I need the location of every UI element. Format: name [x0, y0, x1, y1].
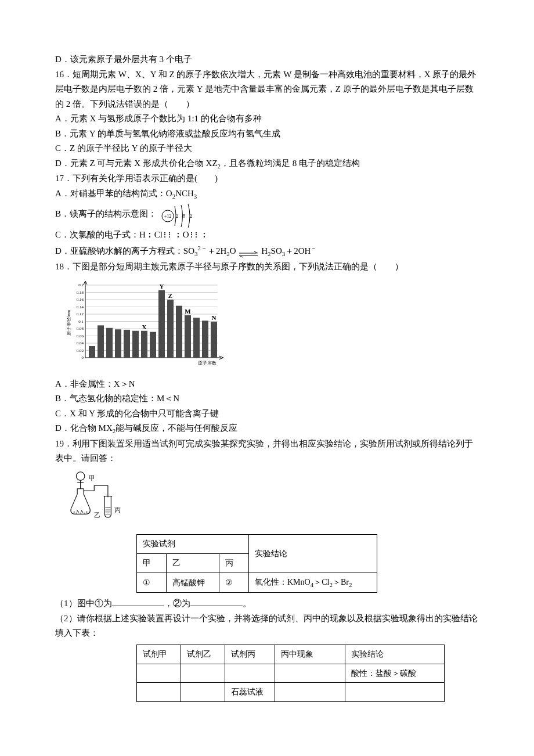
- svg-text:0.18: 0.18: [77, 290, 84, 295]
- svg-rect-27: [98, 325, 104, 358]
- apparatus-label-jia: 甲: [89, 474, 95, 481]
- atom-nucleus-charge: +12: [164, 214, 172, 219]
- q17-option-d: D．亚硫酸钠水解的离子方程式：SO32－＋2H2O H2SO3＋2OH－: [55, 243, 479, 260]
- svg-point-55: [86, 512, 88, 513]
- q17-stem: 17．下列有关化学用语表示正确的是( ): [55, 171, 479, 186]
- q18-stem: 18．下图是部分短周期主族元素原子半径与原子序数的关系图，下列说法正确的是（ ）: [55, 260, 479, 275]
- q19-p1b: ，②为: [164, 599, 190, 608]
- t2-r1c1[interactable]: [137, 664, 181, 683]
- svg-rect-30: [124, 330, 130, 358]
- t1-c1: 甲: [137, 554, 167, 573]
- svg-rect-37: [185, 315, 191, 358]
- svg-point-52: [80, 512, 81, 513]
- t1-h2: 实验结论: [249, 535, 377, 573]
- q18-option-b: B．气态氢化物的稳定性：M＜N: [55, 391, 479, 406]
- svg-text:0.06: 0.06: [77, 334, 84, 339]
- atomic-radius-chart: 00.020.040.060.080.10.120.140.160.180.2 …: [67, 276, 229, 375]
- t1-r1c1: ①: [137, 573, 167, 592]
- q18-option-d: D．化合物 MX2能与碱反应，不能与任何酸反应: [55, 421, 479, 437]
- svg-text:0.14: 0.14: [77, 305, 84, 309]
- q17-a-part1: A．对硝基甲苯的结构简式：O: [55, 189, 172, 198]
- q18-option-a: A．非金属性：X＞N: [55, 377, 479, 392]
- q19-p1a: （1）图中①为: [55, 599, 112, 608]
- q17-d-p6: ＋2OH: [285, 246, 311, 255]
- svg-point-56: [77, 510, 78, 512]
- t2-r2c4[interactable]: [275, 683, 345, 702]
- t2-r2c2[interactable]: [181, 683, 225, 702]
- q17-d-sup2m: 2－: [198, 244, 208, 251]
- svg-text:Z: Z: [168, 292, 172, 299]
- svg-rect-39: [202, 321, 208, 358]
- svg-rect-33: [150, 332, 156, 358]
- svg-rect-36: [176, 306, 182, 358]
- svg-rect-29: [115, 329, 121, 358]
- t2-r1c3[interactable]: [225, 664, 275, 683]
- apparatus-label-bing: 丙: [114, 506, 121, 513]
- svg-text:Y: Y: [160, 283, 164, 290]
- t2-r1c5: 酸性：盐酸＞碳酸: [345, 664, 445, 683]
- q16-d-part1: D．元素 Z 可与元素 X 形成共价化合物 XZ: [55, 159, 218, 168]
- t1-r1c2: 高锰酸钾: [167, 573, 219, 592]
- atom-shell-1: 2: [176, 213, 179, 219]
- q16-option-a: A．元素 X 与氢形成原子个数比为 1:1 的化合物有多种: [55, 111, 479, 127]
- q17-a-part2: NCH: [175, 189, 194, 198]
- svg-rect-31: [132, 331, 139, 358]
- t1-c2: 乙: [167, 554, 219, 573]
- equilibrium-arrow-icon: [238, 248, 259, 255]
- svg-text:0.16: 0.16: [77, 297, 84, 302]
- t1-r1c4-p3: ＞Br: [333, 578, 349, 586]
- atom-shell-2: 8: [183, 213, 186, 219]
- svg-point-50: [75, 512, 77, 513]
- t2-h4: 丙中现象: [275, 645, 345, 664]
- svg-rect-32: [141, 331, 147, 358]
- q19-table2: 试剂甲 试剂乙 试剂丙 丙中现象 实验结论 酸性：盐酸＞碳酸 石蕊试液: [136, 645, 445, 702]
- q18-option-c: C．X 和 Y 形成的化合物中只可能含离子键: [55, 406, 479, 422]
- apparatus-label-yi: 乙: [94, 512, 100, 519]
- t2-r1c2[interactable]: [181, 664, 225, 683]
- q19-p1c: 。: [243, 599, 251, 608]
- t1-r1c3: ②: [219, 573, 249, 592]
- q16-d-part2: ，且各微粒均满足 8 电子的稳定结构: [221, 159, 360, 168]
- t2-r1c4[interactable]: [275, 664, 345, 683]
- q19-table1: 实验试剂 实验结论 甲 乙 丙 ① 高锰酸钾 ② 氧化性：KMnO4＞Cl2＞B…: [136, 534, 377, 593]
- svg-rect-28: [106, 328, 113, 358]
- chart-y-label: 原子半径/nm: [67, 309, 71, 336]
- atom-shell-3: 2: [190, 213, 193, 219]
- svg-text:0.02: 0.02: [77, 348, 84, 353]
- t1-r1c4-p2: ＞Cl: [313, 578, 329, 586]
- q19-part1: （1）图中①为，②为。: [55, 596, 479, 611]
- svg-rect-34: [158, 290, 165, 358]
- q17-d-p1: D．亚硫酸钠水解的离子方程式：SO: [55, 246, 194, 255]
- q16-option-c: C．Z 的原子半径比 Y 的原子半径大: [55, 141, 479, 156]
- svg-rect-26: [89, 346, 95, 358]
- t1-h1: 实验试剂: [137, 535, 249, 554]
- q16-option-b: B．元素 Y 的单质与氢氧化钠溶液或盐酸反应均有氢气生成: [55, 127, 479, 142]
- svg-rect-35: [167, 300, 174, 358]
- q17-d-p3: O: [230, 246, 236, 255]
- svg-text:M: M: [185, 308, 191, 315]
- t1-c3: 丙: [219, 554, 249, 573]
- q15-option-d: D．该元素原子最外层共有 3 个电子: [55, 52, 479, 67]
- svg-point-57: [81, 510, 82, 512]
- svg-text:0.12: 0.12: [77, 312, 84, 316]
- svg-rect-38: [193, 318, 200, 358]
- blank-1[interactable]: [112, 597, 164, 606]
- t2-h2: 试剂乙: [181, 645, 225, 664]
- t2-h5: 实验结论: [345, 645, 445, 664]
- svg-text:0: 0: [82, 355, 84, 360]
- svg-text:X: X: [142, 323, 147, 330]
- svg-point-51: [78, 512, 79, 513]
- q17-option-b: B．镁离子的结构示意图： +12 2 8 2: [55, 201, 479, 228]
- apparatus-diagram: 甲 乙 丙: [67, 469, 125, 524]
- q17-a-sub2: 3: [194, 193, 197, 200]
- q19-stem: 19．利用下图装置采用适当试剂可完成实验某探究实验，并得出相应实验结论，实验所用…: [55, 437, 479, 466]
- q19-part2: （2）请你根据上述实验装置再设计一个实验，并将选择的试剂、丙中的现象以及根据实验…: [55, 611, 479, 641]
- q17-option-c: C．次氯酸的电子式：H︰Cl⫶⫶ ︰O⫶⫶ ︰: [55, 228, 479, 243]
- q16-stem: 16．短周期元素 W、X、Y 和 Z 的原子序数依次增大，元素 W 是制备一种高…: [55, 67, 479, 112]
- t2-r2c1[interactable]: [137, 683, 181, 702]
- svg-point-53: [82, 512, 83, 513]
- blank-2[interactable]: [190, 597, 243, 606]
- chart-x-label: 原子序数: [198, 361, 217, 366]
- t2-r2c5[interactable]: [345, 683, 445, 702]
- q17-b-text: B．镁离子的结构示意图：: [55, 209, 157, 218]
